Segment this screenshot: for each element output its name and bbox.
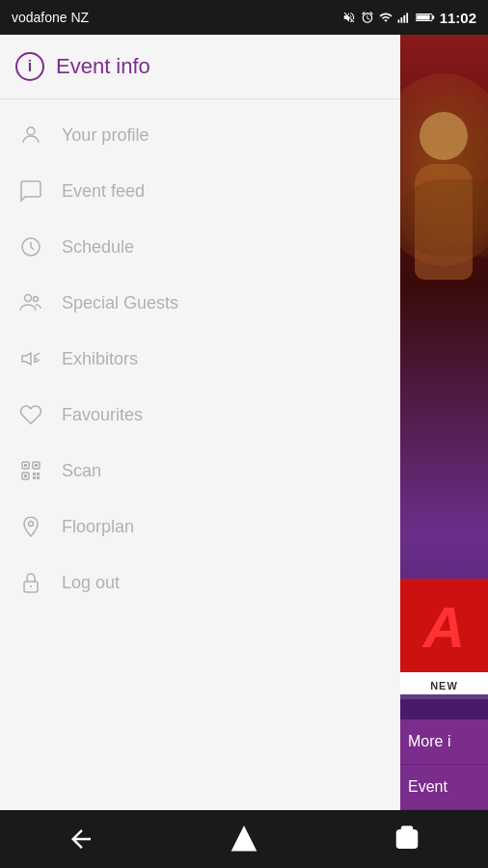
- svg-marker-27: [233, 828, 256, 851]
- sidebar-item-scan[interactable]: Scan: [0, 443, 400, 499]
- svg-rect-23: [33, 476, 36, 479]
- svg-rect-1: [400, 17, 402, 23]
- nav-bar: [0, 810, 488, 868]
- more-button[interactable]: More i: [400, 719, 488, 765]
- home-icon: [230, 825, 258, 854]
- back-icon: [67, 825, 95, 854]
- right-panel: › Eve A NEW: [400, 35, 488, 868]
- chat-icon: [17, 177, 44, 204]
- sidebar-item-label: Event feed: [62, 181, 145, 202]
- svg-rect-22: [37, 473, 40, 475]
- status-bar: vodafone NZ 11:02: [0, 0, 488, 35]
- recents-icon: [393, 825, 421, 854]
- sidebar-item-label: Floorplan: [62, 517, 134, 537]
- wifi-icon: [379, 11, 393, 24]
- more-label: More i: [408, 733, 450, 750]
- event-label: Event: [408, 778, 447, 796]
- info-icon: i: [15, 52, 44, 81]
- svg-rect-0: [397, 19, 399, 23]
- map-pin-icon: [17, 513, 44, 540]
- megaphone-icon: [17, 345, 44, 372]
- sidebar-item-favourites[interactable]: Favourites: [0, 387, 400, 443]
- svg-point-26: [30, 585, 32, 587]
- svg-point-10: [34, 297, 39, 302]
- sidebar-item-profile[interactable]: Your profile: [0, 107, 400, 163]
- sidebar-item-label: Log out: [62, 573, 120, 593]
- sidebar-item-label: Exhibitors: [62, 349, 138, 369]
- red-letter: A: [400, 579, 488, 675]
- sidebar-item-exhibitors[interactable]: Exhibitors: [0, 331, 400, 387]
- heart-icon: [17, 401, 44, 428]
- left-menu: i Event info Your profile Event feed: [0, 35, 400, 868]
- sidebar-item-label: Your profile: [62, 125, 149, 146]
- lock-icon: [17, 569, 44, 596]
- svg-rect-6: [417, 15, 430, 20]
- menu-header: i Event info: [0, 35, 400, 99]
- status-icons: 11:02: [342, 10, 476, 26]
- alarm-icon: [361, 11, 374, 24]
- sidebar-item-label: Scan: [62, 461, 101, 481]
- mute-icon: [342, 11, 356, 24]
- battery-icon: [416, 11, 435, 24]
- sidebar-item-event-feed[interactable]: Event feed: [0, 163, 400, 219]
- svg-rect-2: [403, 15, 405, 23]
- signal-icon: [397, 11, 411, 24]
- back-button[interactable]: [57, 820, 105, 858]
- carrier-name: vodafone NZ: [12, 10, 89, 25]
- menu-items: Your profile Event feed Schedule: [0, 99, 400, 826]
- svg-rect-5: [432, 15, 434, 19]
- svg-point-7: [27, 127, 35, 135]
- qr-icon: [17, 457, 44, 484]
- sidebar-item-schedule[interactable]: Schedule: [0, 219, 400, 275]
- event-button[interactable]: Event: [400, 765, 488, 810]
- menu-header-title: Event info: [56, 54, 150, 79]
- svg-rect-3: [406, 13, 408, 22]
- svg-rect-14: [24, 464, 27, 467]
- svg-rect-29: [402, 827, 412, 833]
- status-time: 11:02: [440, 10, 476, 26]
- recents-button[interactable]: [383, 820, 431, 858]
- svg-rect-24: [37, 476, 40, 479]
- main-layout: i Event info Your profile Event feed: [0, 35, 488, 868]
- clock-icon: [17, 233, 44, 260]
- group-icon: [17, 289, 44, 316]
- person-icon: [17, 122, 44, 149]
- svg-point-9: [25, 295, 32, 302]
- home-button[interactable]: [220, 820, 268, 858]
- svg-rect-16: [24, 475, 27, 477]
- sidebar-item-label: Favourites: [62, 405, 143, 425]
- sidebar-item-label: Special Guests: [62, 293, 178, 313]
- sidebar-item-floorplan[interactable]: Floorplan: [0, 499, 400, 555]
- sidebar-item-logout[interactable]: Log out: [0, 555, 400, 610]
- svg-rect-15: [35, 464, 38, 467]
- sidebar-item-label: Schedule: [62, 237, 134, 258]
- svg-rect-21: [33, 473, 36, 475]
- right-buttons: More i Event: [400, 719, 488, 810]
- sidebar-item-special-guests[interactable]: Special Guests: [0, 275, 400, 331]
